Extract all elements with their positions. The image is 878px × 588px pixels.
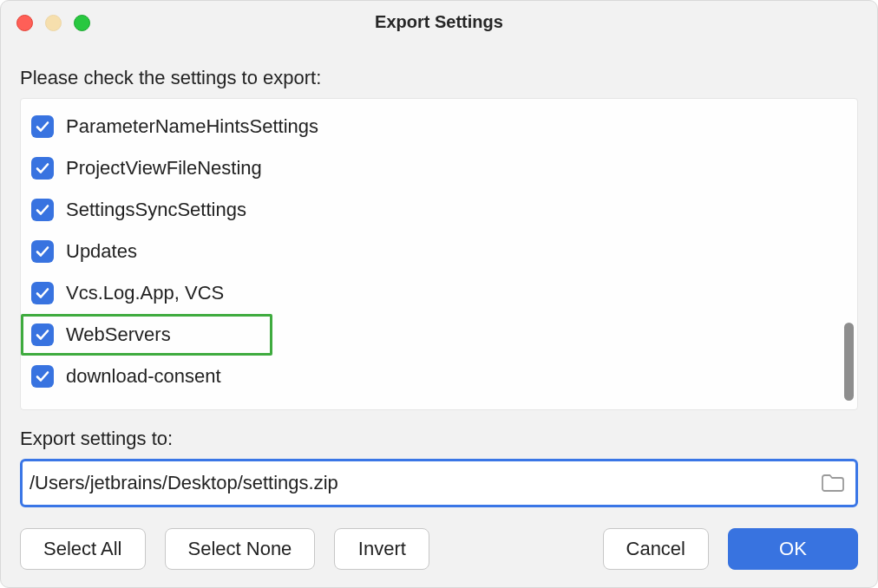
titlebar: Export Settings <box>1 1 877 42</box>
settings-list-container: ParameterNameHintsSettingsProjectViewFil… <box>20 98 858 410</box>
check-icon <box>35 327 50 343</box>
checkbox[interactable] <box>31 323 54 346</box>
folder-icon <box>821 474 845 493</box>
check-icon <box>35 244 50 259</box>
list-item[interactable]: ProjectViewFileNesting <box>21 147 857 189</box>
list-item-label: ParameterNameHintsSettings <box>66 115 318 138</box>
list-item-label: Updates <box>66 240 137 263</box>
export-path-input[interactable] <box>24 461 817 505</box>
maximize-window-button[interactable] <box>74 15 90 31</box>
checkbox[interactable] <box>31 115 54 138</box>
list-item[interactable]: Updates <box>21 231 857 272</box>
export-path-row <box>20 459 858 507</box>
check-icon <box>35 119 50 134</box>
window-title: Export Settings <box>375 12 503 32</box>
content-area: Please check the settings to export: Par… <box>1 42 877 587</box>
select-none-button[interactable]: Select None <box>165 528 316 570</box>
list-item-label: ProjectViewFileNesting <box>66 157 262 180</box>
checkbox[interactable] <box>31 157 54 180</box>
list-item-label: SettingsSyncSettings <box>66 199 246 221</box>
minimize-window-button <box>45 15 62 31</box>
window-controls <box>16 15 90 31</box>
list-item-label: download-consent <box>66 365 221 388</box>
list-item[interactable]: WebServers <box>21 314 272 356</box>
close-window-button[interactable] <box>16 15 33 31</box>
list-item[interactable]: Vcs.Log.App, VCS <box>21 272 857 314</box>
prompt-label: Please check the settings to export: <box>20 67 858 89</box>
settings-list[interactable]: ParameterNameHintsSettingsProjectViewFil… <box>21 106 857 402</box>
checkbox[interactable] <box>31 282 54 304</box>
browse-folder-button[interactable] <box>817 467 849 499</box>
list-item-label: Vcs.Log.App, VCS <box>66 282 224 304</box>
cancel-button[interactable]: Cancel <box>603 528 709 570</box>
checkbox[interactable] <box>31 199 54 221</box>
check-icon <box>35 285 50 301</box>
check-icon <box>35 160 50 176</box>
select-all-button[interactable]: Select All <box>20 528 146 570</box>
export-path-label: Export settings to: <box>20 428 858 450</box>
export-settings-window: Export Settings Please check the setting… <box>0 0 878 588</box>
list-item-label: WebServers <box>66 323 171 346</box>
checkbox[interactable] <box>31 240 54 263</box>
check-icon <box>35 369 50 384</box>
list-item[interactable]: SettingsSyncSettings <box>21 189 857 231</box>
list-item[interactable]: ParameterNameHintsSettings <box>21 106 857 147</box>
checkbox[interactable] <box>31 365 54 388</box>
scrollbar-thumb[interactable] <box>844 323 854 401</box>
ok-button[interactable]: OK <box>728 528 858 570</box>
check-icon <box>35 202 50 218</box>
invert-button[interactable]: Invert <box>334 528 429 570</box>
buttons-row: Select All Select None Invert Cancel OK <box>20 528 858 570</box>
list-item[interactable]: download-consent <box>21 356 857 397</box>
